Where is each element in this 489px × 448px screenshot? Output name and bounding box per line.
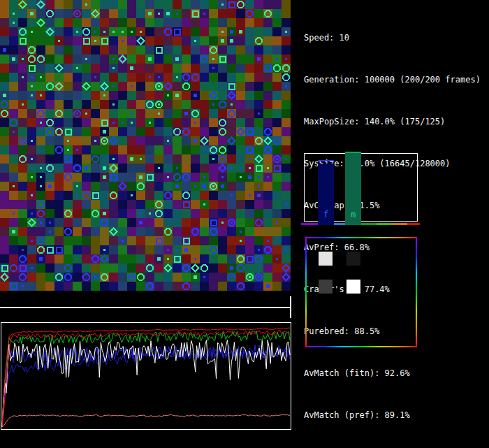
- grid-cell: [263, 182, 272, 191]
- grid-cell: [54, 164, 64, 173]
- grid-cell: [163, 127, 173, 136]
- grid-cell: [54, 254, 64, 263]
- grid-cell: [0, 64, 9, 73]
- timeline-handle[interactable]: [290, 296, 291, 318]
- grid-cell: [82, 145, 91, 154]
- category-axis-strip: [392, 223, 407, 225]
- grid-cell: [218, 254, 227, 263]
- grid-cell: [163, 109, 173, 118]
- grid-cell: [282, 45, 291, 55]
- grid-cell: [245, 82, 254, 91]
- grid-cell: [18, 45, 27, 55]
- grid-cell: [54, 218, 64, 227]
- organism-marker: [167, 140, 169, 142]
- grid-cell: [191, 173, 200, 182]
- grid-cell: [163, 73, 173, 82]
- grid-cell: [54, 118, 64, 127]
- grid-cell: [100, 227, 109, 236]
- grid-cell: [73, 173, 82, 182]
- organism-marker: [167, 249, 169, 251]
- grid-cell: [0, 118, 9, 127]
- grid-cell: [163, 200, 173, 209]
- organism-marker: [248, 175, 251, 179]
- grid-cell: [245, 109, 254, 118]
- grid-cell: [200, 109, 209, 118]
- grid-cell: [263, 118, 272, 127]
- organism-marker: [212, 185, 214, 187]
- grid-cell: [245, 218, 254, 227]
- organism-marker: [148, 57, 152, 61]
- grid-cell: [9, 73, 18, 82]
- grid-cell: [227, 73, 236, 82]
- grid-cell: [282, 136, 291, 145]
- grid-cell: [200, 227, 209, 236]
- grid-cell: [272, 236, 282, 245]
- grid-cell: [218, 18, 227, 27]
- grid-cell: [218, 200, 227, 209]
- grid-cell: [82, 254, 91, 263]
- organism-marker: [103, 31, 105, 33]
- grid-cell: [54, 0, 64, 9]
- population-grid[interactable]: [0, 0, 291, 291]
- organism-marker: [149, 122, 151, 124]
- grid-cell: [282, 118, 291, 127]
- grid-cell: [45, 100, 54, 109]
- grid-cell: [18, 227, 27, 236]
- timeline-track[interactable]: [0, 307, 291, 308]
- grid-cell: [263, 254, 272, 263]
- organism-marker: [158, 113, 160, 115]
- organism-marker: [258, 185, 260, 187]
- organism-marker: [131, 276, 133, 278]
- grid-cell: [9, 100, 18, 109]
- grid-cell: [100, 73, 109, 82]
- grid-cell: [18, 173, 27, 182]
- organism-marker: [230, 30, 233, 34]
- organism-marker: [212, 103, 214, 106]
- grid-cell: [91, 118, 100, 127]
- grid-cell: [254, 0, 263, 9]
- organism-marker: [149, 76, 151, 78]
- grid-cell: [245, 73, 254, 82]
- category-axis-strip: [301, 223, 318, 225]
- grid-cell: [0, 191, 9, 200]
- grid-cell: [54, 55, 64, 64]
- grid-cell: [82, 182, 91, 191]
- grid-cell: [109, 145, 118, 154]
- grid-cell: [245, 64, 254, 73]
- grid-cell: [64, 200, 73, 209]
- grid-cell: [154, 64, 163, 73]
- grid-cell: [145, 191, 154, 200]
- grid-cell: [45, 191, 54, 200]
- grid-cell: [36, 27, 45, 36]
- grid-cell: [263, 200, 272, 209]
- organism-marker: [167, 258, 169, 260]
- organism-marker: [194, 185, 196, 187]
- organism-marker: [203, 13, 205, 15]
- grid-cell: [100, 100, 109, 109]
- grid-cell: [136, 136, 145, 145]
- grid-cell: [263, 0, 272, 9]
- grid-cell: [36, 45, 45, 55]
- grid-cell: [218, 64, 227, 73]
- grid-cell: [9, 236, 18, 245]
- grid-cell: [64, 182, 73, 191]
- grid-cell: [73, 45, 82, 55]
- grid-cell: [236, 209, 245, 218]
- grid-cell: [191, 282, 200, 291]
- grid-cell: [91, 64, 100, 73]
- category-axis-strip: [407, 223, 420, 225]
- organism-marker: [276, 158, 278, 160]
- grid-cell: [127, 55, 136, 64]
- grid-cell: [64, 27, 73, 36]
- organism-marker: [276, 258, 278, 260]
- grid-cell: [45, 18, 54, 27]
- grid-cell: [64, 82, 73, 91]
- grid-cell: [154, 27, 163, 36]
- organism-marker: [194, 40, 196, 42]
- grid-cell: [173, 45, 182, 55]
- grid-cell: [45, 263, 54, 273]
- grid-cell: [109, 209, 118, 218]
- organism-marker: [221, 31, 224, 33]
- grid-cell: [218, 209, 227, 218]
- grid-cell: [127, 236, 136, 245]
